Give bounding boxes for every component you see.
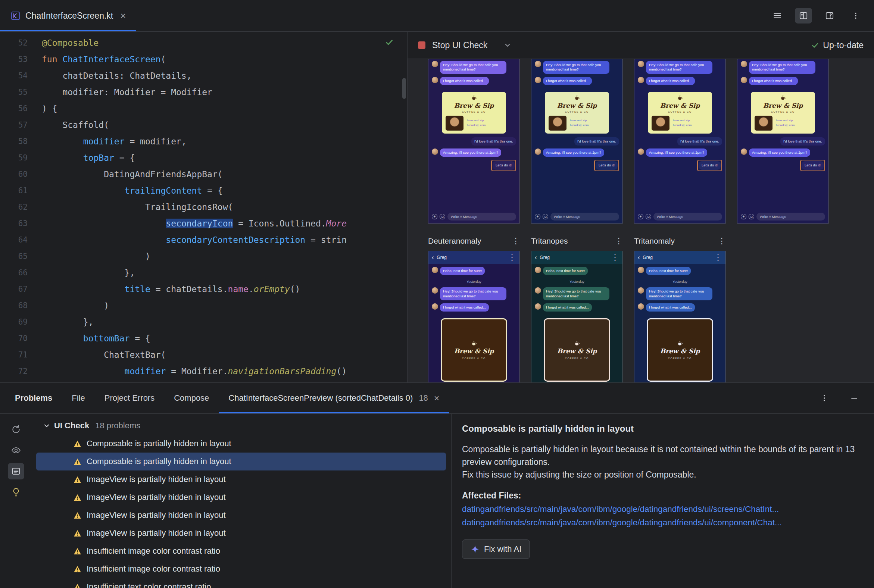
preview-phone[interactable]: Hey! Should we go to that cafe you menti… bbox=[428, 59, 520, 224]
problem-text: Insufficient image color contrast ratio bbox=[87, 546, 220, 556]
chevron-down-icon[interactable] bbox=[43, 422, 50, 429]
code-line[interactable]: 57 Scaffold( bbox=[0, 117, 407, 133]
kebab-menu-icon[interactable]: ⋮ bbox=[615, 237, 623, 245]
tab-preview-problems[interactable]: ChatInterfaceScreenPreview (sortedChatDe… bbox=[219, 383, 449, 413]
message-row: Hey! Should we go to that cafe you menti… bbox=[638, 61, 722, 74]
code-line[interactable]: 70 bottomBar = { bbox=[0, 330, 407, 346]
problem-item[interactable]: Insufficient text color contrast ratio bbox=[32, 578, 451, 588]
problem-item[interactable]: Composable is partially hidden in layout bbox=[36, 453, 446, 471]
split-editor-icon[interactable] bbox=[795, 8, 812, 24]
code-line[interactable]: 71 ChatTextBar( bbox=[0, 346, 407, 363]
code-line[interactable]: 62 TrailingIconsRow( bbox=[0, 199, 407, 215]
preview-label: Tritanomaly bbox=[634, 237, 675, 246]
add-attachment-icon[interactable]: + bbox=[638, 214, 643, 219]
code-line[interactable]: 59 topBar = { bbox=[0, 150, 407, 166]
affected-file-link[interactable]: datingandfriends/src/main/java/com/ibm/g… bbox=[462, 504, 859, 514]
code-line[interactable]: 65 ) bbox=[0, 248, 407, 264]
preview-phone[interactable]: ‹Greg⋮Haha, next time for sure!Yesterday… bbox=[428, 251, 520, 382]
chat-body: Haha, next time for sure!YesterdayHey! S… bbox=[428, 264, 520, 382]
stop-ui-check-button[interactable]: Stop UI Check bbox=[432, 40, 487, 50]
preview-phone[interactable]: ‹Greg⋮Haha, next time for sure!Yesterday… bbox=[634, 251, 726, 382]
code-editor[interactable]: 52@Composable53fun ChatInterfaceScreen(5… bbox=[0, 32, 407, 382]
fix-with-ai-button[interactable]: Fix with AI bbox=[462, 540, 530, 559]
write-message-input[interactable]: Write A Message bbox=[757, 213, 825, 220]
code-line[interactable]: 67 title = chatDetails.name.orEmpty() bbox=[0, 281, 407, 297]
code-line[interactable]: 68 ) bbox=[0, 297, 407, 314]
quick-fix-bulb-icon[interactable] bbox=[8, 484, 24, 500]
tab-compose[interactable]: Compose bbox=[164, 383, 219, 413]
emoji-icon[interactable]: ☺ bbox=[440, 214, 445, 219]
preview-canvas[interactable]: Hey! Should we go to that cafe you menti… bbox=[407, 59, 874, 382]
avatar bbox=[535, 287, 541, 294]
structure-menu-icon[interactable] bbox=[769, 8, 786, 24]
tab-problems[interactable]: Problems bbox=[15, 383, 62, 413]
kebab-menu-icon[interactable]: ⋮ bbox=[714, 254, 722, 261]
add-attachment-icon[interactable]: + bbox=[741, 214, 746, 219]
card-url: brew&sip.com bbox=[467, 123, 485, 128]
code-line[interactable]: 53fun ChatInterfaceScreen( bbox=[0, 51, 407, 68]
code-line[interactable]: 52@Composable bbox=[0, 35, 407, 51]
problem-item[interactable]: ImageView is partially hidden in layout bbox=[32, 488, 451, 506]
back-icon[interactable]: ‹ bbox=[638, 255, 640, 260]
code-text: ) bbox=[42, 297, 109, 314]
preview-eye-icon[interactable] bbox=[8, 442, 24, 459]
back-icon[interactable]: ‹ bbox=[535, 255, 537, 260]
problems-group-header[interactable]: UI Check18 problems bbox=[32, 417, 451, 435]
code-line[interactable]: 69 }, bbox=[0, 314, 407, 330]
preview-label: Tritanopes bbox=[531, 237, 568, 246]
more-options-icon[interactable] bbox=[847, 8, 864, 24]
write-message-input[interactable]: Write A Message bbox=[550, 213, 619, 220]
problem-item[interactable]: Composable is partially hidden in layout bbox=[32, 435, 451, 453]
tab-close-icon[interactable]: × bbox=[434, 394, 440, 403]
inspections-ok-icon[interactable] bbox=[385, 38, 394, 46]
code-line[interactable]: 63 secondaryIcon = Icons.Outlined.More bbox=[0, 215, 407, 232]
problem-item[interactable]: ImageView is partially hidden in layout bbox=[32, 524, 451, 542]
line-number: 62 bbox=[0, 199, 42, 215]
emoji-icon[interactable]: ☺ bbox=[646, 214, 651, 219]
emoji-icon[interactable]: ☺ bbox=[749, 214, 754, 219]
code-line[interactable]: 73 onAddClick = {} bbox=[0, 380, 407, 382]
code-line[interactable]: 61 trailingContent = { bbox=[0, 183, 407, 199]
tab-project-errors[interactable]: Project Errors bbox=[95, 383, 164, 413]
kebab-menu-icon[interactable]: ⋮ bbox=[508, 254, 516, 261]
preview-phone[interactable]: ‹Greg⋮Haha, next time for sure!Yesterday… bbox=[531, 251, 623, 382]
message-row: Hey! Should we go to that cafe you menti… bbox=[432, 61, 516, 74]
problem-item[interactable]: Insufficient image color contrast ratio bbox=[32, 542, 451, 560]
code-line[interactable]: 64 secondaryContentDescription = strin bbox=[0, 232, 407, 248]
add-attachment-icon[interactable]: + bbox=[535, 214, 541, 219]
minimize-icon[interactable] bbox=[845, 390, 863, 406]
kebab-menu-icon[interactable]: ⋮ bbox=[512, 237, 520, 245]
problem-item[interactable]: ImageView is partially hidden in layout bbox=[32, 471, 451, 488]
code-line[interactable]: 56) { bbox=[0, 100, 407, 117]
kebab-menu-icon[interactable]: ⋮ bbox=[611, 254, 619, 261]
ui-check-toolbar: Stop UI Check Up-to-date bbox=[407, 32, 874, 59]
code-line[interactable]: 72 modifier = Modifier.navigationBarsPad… bbox=[0, 363, 407, 380]
details-view-icon[interactable] bbox=[8, 463, 24, 479]
code-line[interactable]: 55 modifier: Modifier = Modifier bbox=[0, 84, 407, 100]
write-message-input[interactable]: Write A Message bbox=[448, 213, 516, 220]
chevron-down-icon[interactable] bbox=[504, 41, 511, 49]
rerun-check-icon[interactable] bbox=[8, 421, 24, 438]
code-line[interactable]: 54 chatDetails: ChatDetails, bbox=[0, 68, 407, 84]
code-line[interactable]: 66 }, bbox=[0, 264, 407, 281]
write-message-input[interactable]: Write A Message bbox=[653, 213, 722, 220]
tab-file[interactable]: File bbox=[62, 383, 95, 413]
emoji-icon[interactable]: ☺ bbox=[543, 214, 548, 219]
preview-phone[interactable]: Hey! Should we go to that cafe you menti… bbox=[531, 59, 623, 224]
problem-item[interactable]: Insufficient image color contrast ratio bbox=[32, 560, 451, 578]
affected-file-link[interactable]: datingandfriends/src/main/java/com/ibm/g… bbox=[462, 518, 859, 528]
tab-close-icon[interactable]: × bbox=[120, 11, 126, 21]
preview-phone[interactable]: Hey! Should we go to that cafe you menti… bbox=[737, 59, 829, 224]
code-line[interactable]: 58 modifier = modifier, bbox=[0, 133, 407, 150]
kebab-menu-icon[interactable]: ⋮ bbox=[718, 237, 726, 245]
chat-bubble: I forgot what it was called... bbox=[440, 303, 489, 312]
more-options-icon[interactable] bbox=[816, 390, 833, 406]
add-attachment-icon[interactable]: + bbox=[432, 214, 437, 219]
problem-item[interactable]: ImageView is partially hidden in layout bbox=[32, 506, 451, 524]
code-line[interactable]: 60 DatingAndFriendsAppBar( bbox=[0, 166, 407, 183]
back-icon[interactable]: ‹ bbox=[432, 255, 434, 260]
editor-tab[interactable]: ChatInterfaceScreen.kt × bbox=[0, 0, 136, 32]
preview-layout-icon[interactable] bbox=[821, 8, 838, 24]
preview-phone[interactable]: Hey! Should we go to that cafe you menti… bbox=[634, 59, 726, 224]
editor-scrollbar[interactable] bbox=[402, 78, 406, 99]
